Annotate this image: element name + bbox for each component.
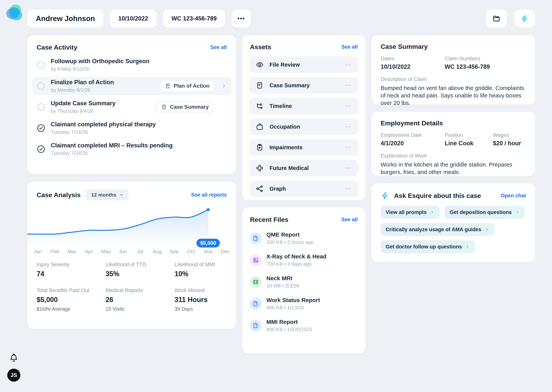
file-row[interactable]: X-Ray of Neck & Head 720 KB • 3 days ago xyxy=(250,253,358,267)
file-row[interactable]: QME Report 200 KB • 2 hours ago xyxy=(250,231,358,245)
activity-title: Finalize Plan of Action xyxy=(51,79,159,86)
asset-row[interactable]: Future Medical xyxy=(249,160,358,176)
activity-row[interactable]: Update Case Summary by Thursday 9/4/26 C… xyxy=(32,98,231,116)
circle-icon[interactable] xyxy=(36,103,45,112)
asset-row[interactable]: Timeline xyxy=(249,98,358,114)
recent-files-see-all-link[interactable]: See all xyxy=(341,217,358,223)
prompt-chip-button[interactable]: Critically analyze usage of AMA guides xyxy=(381,223,494,236)
chevron-down-icon xyxy=(119,193,124,197)
month-label: Oct xyxy=(187,249,195,254)
claim-number-pill[interactable]: WC 123-456-789 xyxy=(163,10,225,28)
activity-row[interactable]: Claimant completed physical therapy Tues… xyxy=(32,119,231,137)
file-name: MMI Report xyxy=(266,319,312,325)
lightning-icon xyxy=(521,14,529,23)
activity-row[interactable]: Followup with Orthopedic Surgeon by Frid… xyxy=(32,56,231,74)
sidebar: JS xyxy=(0,0,27,392)
patient-name-pill[interactable]: Andrew Johnson xyxy=(27,10,103,28)
ellipsis-icon[interactable] xyxy=(344,185,352,193)
stat-subtext: $16/hr Average xyxy=(36,306,106,312)
month-label: Jul xyxy=(137,249,143,254)
claim-description-label: Description of Claim xyxy=(381,76,526,82)
position-label: Position xyxy=(445,132,493,138)
benefits-area-chart[interactable]: $5,000JanFebMarAprMayJunJulAugSepOctNovD… xyxy=(27,205,236,255)
prompt-chip-button[interactable]: View all prompts xyxy=(381,206,440,219)
ellipsis-icon[interactable] xyxy=(344,82,352,89)
file-row[interactable]: MMI Report 800 KB • 10/20/2025 xyxy=(250,319,358,332)
case-analysis-card: Case Analysis 12 months See all reports … xyxy=(27,182,236,329)
activity-actions: Case Summary xyxy=(155,101,214,113)
employment-details-card: Employment Details Employment Date 4/1/2… xyxy=(371,112,535,176)
file-icon xyxy=(253,235,259,241)
check-circle-icon[interactable] xyxy=(36,124,45,133)
month-label: Feb xyxy=(51,249,59,254)
ellipsis-icon[interactable] xyxy=(344,164,352,172)
header-actions xyxy=(486,10,535,28)
chart-tooltip-value: $5,000 xyxy=(200,240,216,246)
chart-point-marker xyxy=(207,208,210,211)
activity-title: Claimant completed MRI – Results pending xyxy=(51,142,227,149)
prompt-chip-button[interactable]: Get doctor follow up questions xyxy=(381,240,475,253)
app-logo-icon[interactable] xyxy=(6,5,23,21)
file-name: QME Report xyxy=(266,231,313,238)
avatar-initials: JS xyxy=(11,372,17,378)
employment-details-title: Employment Details xyxy=(381,119,526,127)
files-button[interactable] xyxy=(486,10,507,28)
stat-value: 311 Hours xyxy=(174,296,227,304)
asset-row[interactable]: File Review xyxy=(249,56,358,73)
asset-row[interactable]: Case Summary xyxy=(249,77,358,94)
activity-list: Followup with Orthopedic Surgeon by Frid… xyxy=(36,56,227,158)
activity-row[interactable]: Finalize Plan of Action by Monday 9/1/26… xyxy=(32,77,231,95)
chevron-right-icon xyxy=(430,210,435,215)
ellipsis-icon: ••• xyxy=(237,15,245,22)
folder-icon xyxy=(492,14,501,23)
assets-see-all-link[interactable]: See all xyxy=(341,44,358,50)
month-label: Apr xyxy=(85,249,93,254)
claim-numbers-label: Claim Numbers xyxy=(445,56,526,62)
month-label: Jun xyxy=(119,249,127,254)
ellipsis-icon[interactable] xyxy=(344,144,352,151)
circle-icon[interactable] xyxy=(36,61,45,69)
period-value: 12 months xyxy=(91,192,116,198)
ellipsis-icon[interactable] xyxy=(344,102,352,110)
recent-files-title: Recent Files xyxy=(250,216,288,223)
file-row[interactable]: Work Status Report 400 KB • 1/13/26 xyxy=(250,297,358,311)
month-label: Jan xyxy=(34,249,42,254)
claim-number: WC 123-456-789 xyxy=(171,15,217,22)
stat-block: Total Benefits Paid Out $5,000 $16/hr Av… xyxy=(36,287,106,312)
period-select[interactable]: 12 months xyxy=(86,189,129,200)
wages-label: Wages xyxy=(493,132,526,138)
asset-row[interactable]: Impairments xyxy=(249,139,358,156)
dates-label: Dates xyxy=(381,56,445,62)
document-chip-button[interactable]: Case Summary xyxy=(155,101,214,113)
circle-icon[interactable] xyxy=(36,82,45,90)
asset-row[interactable]: Occupation xyxy=(249,119,358,135)
ai-assistant-button[interactable] xyxy=(515,10,535,28)
file-meta: 400 KB • 1/13/26 xyxy=(266,305,320,311)
case-activity-see-all-link[interactable]: See all xyxy=(210,44,227,50)
chevron-right-icon[interactable] xyxy=(221,83,227,89)
activity-title: Followup with Orthopedic Surgeon xyxy=(51,58,227,65)
avatar[interactable]: JS xyxy=(7,369,20,382)
note-icon xyxy=(256,81,264,89)
stat-label: Likelihood of MMI xyxy=(174,262,227,268)
bell-icon[interactable] xyxy=(9,353,19,363)
see-all-reports-link[interactable]: See all reports xyxy=(191,192,227,198)
employment-date-value: 4/1/2020 xyxy=(381,140,445,147)
asset-row[interactable]: Graph xyxy=(249,181,358,197)
prompt-chips: View all prompts Get deposition question… xyxy=(381,206,526,253)
more-menu-button[interactable]: ••• xyxy=(232,10,251,28)
file-row[interactable]: Neck MRI 16 MB • 2/3/26 xyxy=(250,275,358,289)
month-label: May xyxy=(101,249,111,254)
check-circle-icon[interactable] xyxy=(36,145,45,154)
open-chat-link[interactable]: Open chat xyxy=(501,193,526,199)
file-meta: 800 KB • 10/20/2025 xyxy=(266,327,312,332)
prompt-chip-button[interactable]: Get deposition questions xyxy=(445,206,525,219)
document-chip-button[interactable]: Plan of Action xyxy=(159,80,215,92)
ellipsis-icon[interactable] xyxy=(344,61,352,69)
activity-due-date: by Thursday 9/4/26 xyxy=(51,108,155,114)
ellipsis-icon[interactable] xyxy=(344,123,352,131)
activity-row[interactable]: Claimant completed MRI – Results pending… xyxy=(32,140,231,158)
file-icon xyxy=(253,322,259,329)
date-pill[interactable]: 10/10/2022 xyxy=(110,10,156,28)
chevron-right-icon xyxy=(484,227,489,232)
